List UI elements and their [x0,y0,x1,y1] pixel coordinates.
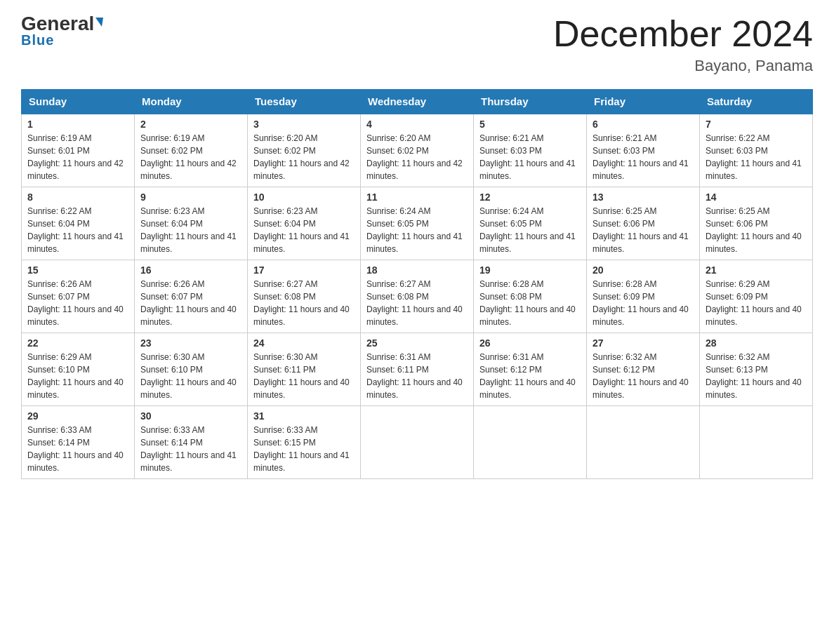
day-number: 31 [253,410,355,422]
calendar-week-row: 1 Sunrise: 6:19 AMSunset: 6:01 PMDayligh… [22,114,813,187]
logo-text: General [21,14,103,34]
day-number: 11 [366,192,468,203]
logo-blue-text: Blue [21,32,54,48]
day-info: Sunrise: 6:31 AMSunset: 6:12 PMDaylight:… [479,352,576,400]
calendar-day-cell: 16 Sunrise: 6:26 AMSunset: 6:07 PMDaylig… [135,260,248,333]
calendar-day-cell [474,406,587,479]
calendar-table: SundayMondayTuesdayWednesdayThursdayFrid… [21,89,813,479]
day-info: Sunrise: 6:29 AMSunset: 6:10 PMDaylight:… [27,352,124,400]
day-number: 27 [593,337,694,349]
day-number: 6 [593,119,694,130]
page-header: General Blue December 2024 Bayano, Panam… [21,14,813,75]
day-number: 5 [479,119,581,130]
calendar-day-cell: 19 Sunrise: 6:28 AMSunset: 6:08 PMDaylig… [474,260,587,333]
calendar-day-cell: 1 Sunrise: 6:19 AMSunset: 6:01 PMDayligh… [22,114,135,187]
calendar-header: SundayMondayTuesdayWednesdayThursdayFrid… [22,90,813,114]
day-number: 3 [253,119,355,130]
calendar-day-cell: 29 Sunrise: 6:33 AMSunset: 6:14 PMDaylig… [22,406,135,479]
location-subtitle: Bayano, Panama [553,57,813,75]
calendar-day-cell: 2 Sunrise: 6:19 AMSunset: 6:02 PMDayligh… [135,114,248,187]
day-info: Sunrise: 6:26 AMSunset: 6:07 PMDaylight:… [140,279,237,327]
day-number: 20 [593,264,694,276]
calendar-day-cell: 14 Sunrise: 6:25 AMSunset: 6:06 PMDaylig… [700,187,813,260]
day-info: Sunrise: 6:19 AMSunset: 6:02 PMDaylight:… [140,133,237,181]
calendar-week-row: 8 Sunrise: 6:22 AMSunset: 6:04 PMDayligh… [22,187,813,260]
calendar-day-cell: 30 Sunrise: 6:33 AMSunset: 6:14 PMDaylig… [135,406,248,479]
day-info: Sunrise: 6:33 AMSunset: 6:14 PMDaylight:… [27,425,124,473]
day-number: 22 [27,337,128,349]
day-info: Sunrise: 6:23 AMSunset: 6:04 PMDaylight:… [253,206,350,254]
calendar-day-cell: 27 Sunrise: 6:32 AMSunset: 6:12 PMDaylig… [587,333,700,406]
calendar-day-cell: 18 Sunrise: 6:27 AMSunset: 6:08 PMDaylig… [361,260,474,333]
day-info: Sunrise: 6:28 AMSunset: 6:09 PMDaylight:… [593,279,689,327]
day-number: 24 [253,337,355,349]
calendar-week-row: 29 Sunrise: 6:33 AMSunset: 6:14 PMDaylig… [22,406,813,479]
calendar-week-row: 15 Sunrise: 6:26 AMSunset: 6:07 PMDaylig… [22,260,813,333]
day-number: 7 [706,119,807,130]
day-info: Sunrise: 6:26 AMSunset: 6:07 PMDaylight:… [27,279,124,327]
calendar-day-cell [700,406,813,479]
day-info: Sunrise: 6:25 AMSunset: 6:06 PMDaylight:… [706,206,802,254]
calendar-day-cell: 28 Sunrise: 6:32 AMSunset: 6:13 PMDaylig… [700,333,813,406]
day-of-week-header: Friday [587,90,700,114]
day-of-week-header: Wednesday [361,90,474,114]
day-number: 26 [479,337,581,349]
calendar-day-cell: 24 Sunrise: 6:30 AMSunset: 6:11 PMDaylig… [248,333,361,406]
logo: General Blue [21,14,103,48]
calendar-day-cell: 12 Sunrise: 6:24 AMSunset: 6:05 PMDaylig… [474,187,587,260]
calendar-day-cell: 13 Sunrise: 6:25 AMSunset: 6:06 PMDaylig… [587,187,700,260]
day-info: Sunrise: 6:27 AMSunset: 6:08 PMDaylight:… [253,279,350,327]
calendar-day-cell: 9 Sunrise: 6:23 AMSunset: 6:04 PMDayligh… [135,187,248,260]
calendar-body: 1 Sunrise: 6:19 AMSunset: 6:01 PMDayligh… [22,114,813,479]
day-info: Sunrise: 6:30 AMSunset: 6:10 PMDaylight:… [140,352,237,400]
day-info: Sunrise: 6:33 AMSunset: 6:15 PMDaylight:… [253,425,350,473]
day-of-week-header: Thursday [474,90,587,114]
day-number: 10 [253,192,355,203]
day-info: Sunrise: 6:29 AMSunset: 6:09 PMDaylight:… [706,279,802,327]
day-number: 1 [27,119,128,130]
calendar-day-cell: 17 Sunrise: 6:27 AMSunset: 6:08 PMDaylig… [248,260,361,333]
day-info: Sunrise: 6:22 AMSunset: 6:03 PMDaylight:… [706,133,802,181]
calendar-day-cell: 31 Sunrise: 6:33 AMSunset: 6:15 PMDaylig… [248,406,361,479]
logo-triangle-icon [95,18,103,27]
day-of-week-header: Tuesday [248,90,361,114]
day-number: 9 [140,192,241,203]
calendar-day-cell: 15 Sunrise: 6:26 AMSunset: 6:07 PMDaylig… [22,260,135,333]
day-info: Sunrise: 6:22 AMSunset: 6:04 PMDaylight:… [27,206,124,254]
day-number: 18 [366,264,468,276]
calendar-week-row: 22 Sunrise: 6:29 AMSunset: 6:10 PMDaylig… [22,333,813,406]
day-info: Sunrise: 6:28 AMSunset: 6:08 PMDaylight:… [479,279,576,327]
day-number: 13 [593,192,694,203]
day-info: Sunrise: 6:30 AMSunset: 6:11 PMDaylight:… [253,352,350,400]
calendar-day-cell: 20 Sunrise: 6:28 AMSunset: 6:09 PMDaylig… [587,260,700,333]
month-year-title: December 2024 [553,14,813,54]
day-info: Sunrise: 6:33 AMSunset: 6:14 PMDaylight:… [140,425,237,473]
day-info: Sunrise: 6:20 AMSunset: 6:02 PMDaylight:… [253,133,350,181]
calendar-day-cell: 25 Sunrise: 6:31 AMSunset: 6:11 PMDaylig… [361,333,474,406]
day-number: 16 [140,264,241,276]
calendar-day-cell: 26 Sunrise: 6:31 AMSunset: 6:12 PMDaylig… [474,333,587,406]
day-number: 17 [253,264,355,276]
day-info: Sunrise: 6:19 AMSunset: 6:01 PMDaylight:… [27,133,124,181]
calendar-day-cell: 4 Sunrise: 6:20 AMSunset: 6:02 PMDayligh… [361,114,474,187]
day-of-week-header: Monday [135,90,248,114]
logo-general: General [21,13,94,34]
day-number: 21 [706,264,807,276]
calendar-day-cell: 7 Sunrise: 6:22 AMSunset: 6:03 PMDayligh… [700,114,813,187]
day-number: 14 [706,192,807,203]
calendar-day-cell: 3 Sunrise: 6:20 AMSunset: 6:02 PMDayligh… [248,114,361,187]
day-number: 2 [140,119,241,130]
day-number: 29 [27,410,128,422]
day-info: Sunrise: 6:32 AMSunset: 6:13 PMDaylight:… [706,352,802,400]
calendar-day-cell: 11 Sunrise: 6:24 AMSunset: 6:05 PMDaylig… [361,187,474,260]
day-info: Sunrise: 6:21 AMSunset: 6:03 PMDaylight:… [593,133,689,181]
calendar-day-cell [587,406,700,479]
day-info: Sunrise: 6:25 AMSunset: 6:06 PMDaylight:… [593,206,689,254]
day-number: 12 [479,192,581,203]
day-number: 23 [140,337,241,349]
day-info: Sunrise: 6:24 AMSunset: 6:05 PMDaylight:… [479,206,576,254]
day-info: Sunrise: 6:32 AMSunset: 6:12 PMDaylight:… [593,352,689,400]
header-row: SundayMondayTuesdayWednesdayThursdayFrid… [22,90,813,114]
day-number: 4 [366,119,468,130]
title-area: December 2024 Bayano, Panama [553,14,813,75]
